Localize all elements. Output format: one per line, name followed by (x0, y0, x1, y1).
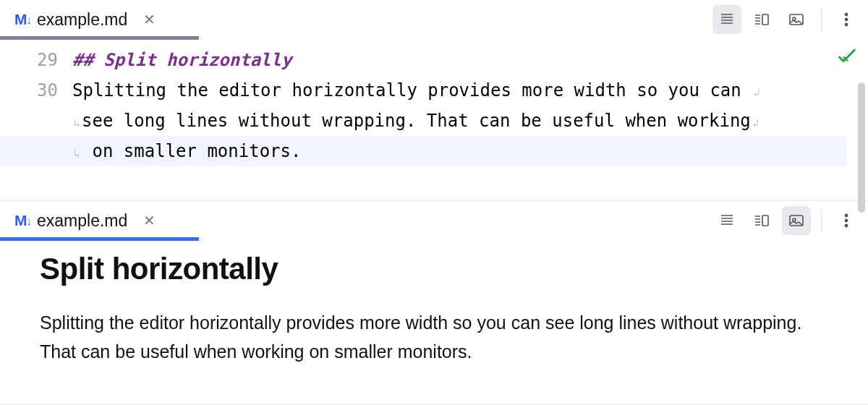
active-tab-indicator (0, 237, 199, 241)
markdown-file-icon: M↓ (14, 11, 31, 28)
markdown-preview[interactable]: Split horizontally Splitting the editor … (0, 240, 868, 404)
preview-paragraph: Splitting the editor horizontally provid… (40, 308, 828, 366)
preview-heading: Split horizontally (40, 252, 828, 286)
file-tab[interactable]: M↓ example.md ✕ (14, 0, 160, 39)
line-number (0, 106, 58, 136)
code-line: Splitting the editor horizontally provid… (72, 75, 846, 106)
preview-view-button[interactable] (782, 206, 811, 235)
editor-tabbar: M↓ example.md ✕ (0, 201, 868, 240)
close-tab-icon[interactable]: ✕ (143, 212, 156, 229)
source-view-button[interactable] (712, 206, 741, 235)
svg-point-9 (845, 214, 847, 216)
preview-view-button[interactable] (782, 5, 811, 34)
source-editor-pane: M↓ example.md ✕ 29 30 (0, 0, 868, 201)
analysis-ok-icon[interactable] (836, 45, 858, 71)
more-actions-button[interactable] (832, 206, 861, 235)
line-number: 29 (0, 45, 58, 75)
svg-rect-6 (762, 216, 768, 226)
vertical-scrollbar[interactable] (858, 82, 865, 213)
file-tab-label: example.md (37, 10, 127, 30)
file-tab-label: example.md (37, 211, 127, 231)
split-view-button[interactable] (747, 206, 776, 235)
svg-point-5 (845, 23, 847, 25)
code-line: ## Split horizontally (72, 45, 846, 75)
editor-tabbar: M↓ example.md ✕ (0, 0, 868, 39)
svg-point-10 (845, 219, 847, 221)
preview-pane: M↓ example.md ✕ Split horizontally Split… (0, 201, 868, 405)
svg-point-4 (845, 18, 847, 20)
soft-wrap-icon: ↲ (753, 86, 760, 99)
close-tab-icon[interactable]: ✕ (143, 11, 156, 28)
code-line-current: ↳ on smaller monitors. (0, 136, 846, 166)
markdown-file-icon: M↓ (14, 212, 31, 229)
line-number-gutter: 29 30 (0, 39, 72, 200)
soft-wrap-icon: ↳ (74, 116, 80, 129)
soft-wrap-icon: ↲ (752, 116, 759, 129)
source-editor[interactable]: 29 30 ## Split horizontally Splitting th… (0, 39, 868, 200)
toolbar-separator (821, 209, 822, 232)
split-view-button[interactable] (747, 5, 776, 34)
svg-point-3 (845, 13, 847, 15)
source-view-button[interactable] (712, 5, 741, 34)
code-area[interactable]: ## Split horizontally Splitting the edit… (72, 39, 868, 200)
svg-point-11 (845, 224, 847, 226)
svg-rect-0 (762, 14, 768, 25)
soft-wrap-icon: ↳ (74, 147, 80, 160)
line-number: 30 (0, 75, 58, 106)
more-actions-button[interactable] (832, 5, 861, 34)
code-line: ↳see long lines without wrapping. That c… (72, 106, 846, 136)
toolbar-separator (821, 8, 822, 31)
file-tab[interactable]: M↓ example.md ✕ (14, 201, 160, 240)
